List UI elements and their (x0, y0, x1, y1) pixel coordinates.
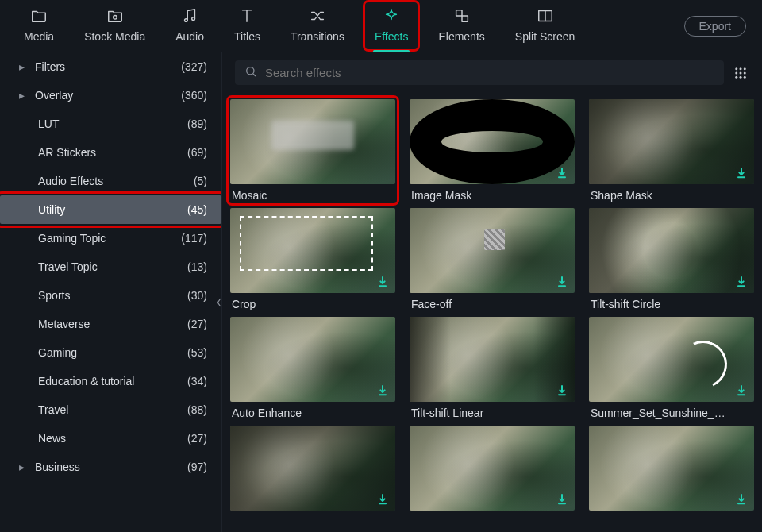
effect-card[interactable]: Face-off (410, 208, 575, 310)
sidebar-item-count: (97) (187, 461, 207, 473)
effect-label: Mosaic (230, 189, 395, 202)
tab-label: Split Screen (515, 30, 575, 43)
sidebar-item-sports[interactable]: Sports(30) (0, 281, 221, 310)
svg-point-13 (740, 71, 742, 74)
sidebar-item-label: LUT (38, 118, 187, 130)
folder-icon (30, 7, 48, 27)
effect-thumbnail (410, 426, 575, 511)
svg-point-7 (247, 67, 254, 75)
view-grid-button[interactable] (732, 64, 749, 82)
effect-card[interactable]: Tilt-shift Circle (589, 208, 754, 310)
tab-effects[interactable]: Effects (367, 4, 417, 48)
tab-label: Media (24, 30, 54, 43)
effect-card[interactable]: Mosaic (230, 99, 395, 202)
sidebar-item-news[interactable]: News(27) (0, 424, 221, 453)
effect-label: Crop (230, 298, 395, 310)
search-box[interactable] (235, 60, 724, 85)
sidebar-item-travel-topic[interactable]: Travel Topic(13) (0, 253, 221, 281)
sidebar-item-count: (27) (187, 432, 207, 445)
effect-card[interactable]: Tilt-shift Linear (410, 317, 575, 419)
sidebar-item-overlay[interactable]: ▸Overlay(360) (0, 81, 221, 110)
sidebar-item-label: Gaming (38, 346, 187, 359)
tab-split[interactable]: Split Screen (507, 4, 583, 48)
sidebar-item-ar-stickers[interactable]: AR Stickers(69) (0, 138, 221, 167)
download-icon[interactable] (735, 493, 748, 506)
sidebar-item-count: (34) (187, 375, 207, 387)
download-icon[interactable] (556, 167, 568, 179)
chevron-right-icon: ▸ (19, 89, 27, 102)
effect-card[interactable]: Summer_Set_Sunshine_… (589, 317, 754, 419)
export-button[interactable]: Export (684, 16, 746, 37)
effect-card[interactable]: Auto Enhance (230, 317, 395, 419)
effect-card[interactable] (410, 426, 575, 515)
tab-transitions[interactable]: Transitions (283, 4, 352, 48)
download-icon[interactable] (376, 493, 389, 506)
sidebar-item-gaming[interactable]: Gaming(53) (0, 338, 221, 367)
sidebar-item-audio-effects[interactable]: Audio Effects(5) (0, 167, 221, 195)
effect-thumbnail (230, 208, 395, 293)
sidebar-item-count: (327) (181, 60, 207, 73)
effect-card[interactable]: Image Mask (410, 99, 575, 202)
shapes-icon (453, 7, 471, 27)
search-input[interactable] (265, 66, 714, 79)
shuffle-icon (309, 7, 326, 27)
download-icon[interactable] (556, 493, 568, 506)
sidebar-item-label: Education & tutorial (38, 375, 187, 387)
effect-card[interactable]: Crop (230, 208, 395, 310)
sidebar-item-lut[interactable]: LUT(89) (0, 110, 221, 138)
sidebar-item-label: Travel Topic (38, 260, 187, 273)
sidebar-item-count: (27) (187, 318, 207, 330)
svg-rect-3 (456, 10, 461, 16)
effect-label: Tilt-shift Circle (589, 298, 754, 310)
download-icon[interactable] (735, 384, 748, 397)
effect-thumbnail (230, 317, 395, 402)
download-icon[interactable] (556, 384, 568, 397)
download-icon[interactable] (556, 276, 568, 288)
effect-thumbnail (410, 99, 575, 184)
tab-stock[interactable]: Stock Media (76, 4, 153, 48)
chevron-right-icon: ▸ (19, 60, 27, 73)
sidebar-item-education-tutorial[interactable]: Education & tutorial(34) (0, 367, 221, 395)
sidebar-item-count: (45) (187, 203, 207, 216)
effect-card[interactable] (589, 426, 754, 515)
sidebar-item-count: (360) (181, 89, 207, 102)
sidebar-item-utility[interactable]: Utility(45) (0, 195, 221, 224)
effect-label: Tilt-shift Linear (410, 407, 575, 419)
svg-point-16 (740, 75, 742, 78)
tab-label: Elements (438, 30, 484, 43)
tab-audio[interactable]: Audio (167, 4, 212, 48)
effects-panel: Mosaic Image Mask Shape Mask Crop Face-o… (222, 52, 762, 532)
sidebar-item-label: Utility (38, 203, 187, 216)
tab-label: Stock Media (84, 30, 145, 43)
effect-card[interactable]: Shape Mask (589, 99, 754, 202)
sidebar-item-travel[interactable]: Travel(88) (0, 395, 221, 424)
sidebar-item-metaverse[interactable]: Metaverse(27) (0, 310, 221, 338)
sidebar-item-label: Filters (35, 60, 181, 73)
tab-elements[interactable]: Elements (430, 4, 492, 48)
effect-thumbnail (230, 99, 395, 184)
svg-point-11 (744, 67, 746, 70)
sidebar-item-gaming-topic[interactable]: Gaming Topic(117) (0, 224, 221, 253)
svg-rect-4 (462, 16, 468, 21)
svg-point-9 (735, 67, 737, 70)
sidebar-item-filters[interactable]: ▸Filters(327) (0, 52, 221, 81)
sidebar-item-label: Overlay (35, 89, 181, 102)
effect-thumbnail (589, 208, 754, 293)
download-icon[interactable] (376, 384, 389, 397)
sidebar-item-label: News (38, 432, 187, 445)
sidebar-item-label: Metaverse (38, 318, 187, 330)
sidebar-collapse-handle[interactable] (215, 283, 222, 322)
effect-card[interactable] (230, 426, 395, 515)
svg-point-0 (113, 16, 117, 20)
tab-label: Transitions (291, 30, 344, 43)
download-icon[interactable] (735, 276, 748, 288)
tab-titles[interactable]: Titles (226, 4, 268, 48)
effect-label: Image Mask (410, 189, 575, 202)
effect-label: Face-off (410, 298, 575, 310)
effect-thumbnail (410, 208, 575, 293)
download-icon[interactable] (735, 167, 748, 179)
tab-media[interactable]: Media (16, 4, 62, 48)
effect-thumbnail (410, 317, 575, 402)
sidebar-item-business[interactable]: ▸Business(97) (0, 453, 221, 481)
download-icon[interactable] (376, 276, 389, 288)
